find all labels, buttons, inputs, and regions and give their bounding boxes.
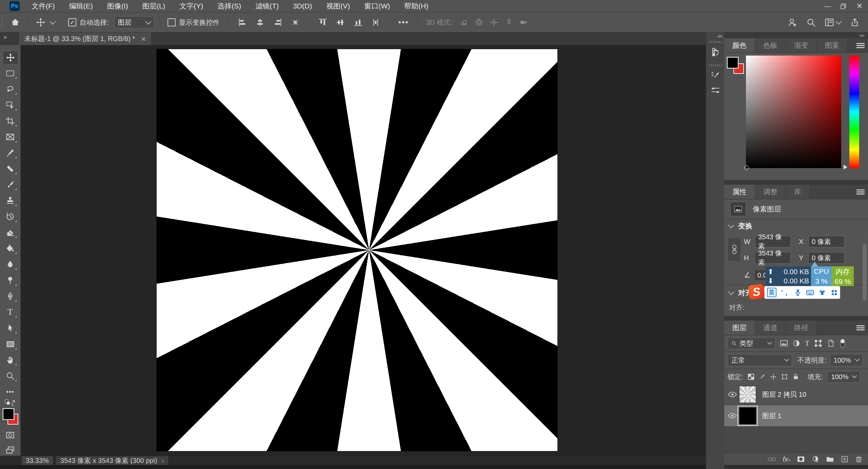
fill-dropdown[interactable]: 100% bbox=[827, 371, 860, 383]
tab-patterns[interactable]: 图案 bbox=[817, 38, 848, 53]
ime-toolbox-icon[interactable] bbox=[831, 289, 837, 296]
tab-gradients[interactable]: 渐变 bbox=[786, 38, 817, 53]
clone-stamp-tool[interactable] bbox=[3, 194, 18, 207]
new-layer-button[interactable] bbox=[841, 455, 848, 463]
zoom-tool[interactable] bbox=[3, 369, 18, 382]
rectangle-shape-tool[interactable] bbox=[3, 338, 18, 350]
window-close-button[interactable]: ✕ bbox=[851, 2, 868, 11]
move-tool-preset-icon[interactable] bbox=[28, 17, 51, 27]
share-for-review-icon[interactable] bbox=[784, 17, 802, 27]
auto-select-checkbox[interactable]: ✓ bbox=[68, 18, 76, 26]
share-image-icon[interactable] bbox=[846, 17, 868, 27]
quick-mask-button[interactable] bbox=[3, 429, 18, 442]
tab-paths[interactable]: 路径 bbox=[786, 321, 817, 335]
color-panel-menu-icon[interactable] bbox=[856, 42, 865, 49]
show-transform-checkbox[interactable] bbox=[167, 18, 176, 26]
move-tool[interactable] bbox=[3, 51, 18, 64]
layer-name[interactable]: 图层 2 拷贝 10 bbox=[762, 390, 806, 399]
foreground-color-swatch[interactable] bbox=[3, 408, 14, 420]
tab-adjustments[interactable]: 调整 bbox=[755, 185, 786, 199]
ime-skin-icon[interactable] bbox=[818, 289, 826, 296]
filter-pixel-layers-icon[interactable] bbox=[780, 340, 788, 347]
menu-image[interactable]: 图像(I) bbox=[100, 0, 135, 12]
filter-shape-layers-icon[interactable] bbox=[814, 340, 822, 347]
home-icon[interactable] bbox=[3, 17, 28, 27]
width-field[interactable]: 3543 像素 bbox=[755, 236, 791, 247]
menu-filter[interactable]: 滤镜(T) bbox=[248, 0, 286, 12]
type-tool[interactable]: T bbox=[3, 306, 18, 319]
workspace-switcher-icon[interactable] bbox=[820, 17, 836, 27]
menu-file[interactable]: 文件(F) bbox=[24, 0, 62, 12]
filter-type-layers-icon[interactable]: T bbox=[805, 339, 809, 348]
link-dimensions-button[interactable] bbox=[728, 237, 741, 262]
align-left-edges-icon[interactable] bbox=[229, 18, 251, 27]
panel-foreground-swatch[interactable] bbox=[727, 57, 738, 68]
blend-mode-dropdown[interactable]: 正常 bbox=[728, 354, 792, 366]
auto-select-target-dropdown[interactable]: 图层 bbox=[114, 16, 154, 28]
height-field[interactable]: 3543 像素 bbox=[755, 252, 791, 264]
workspace-chevron-icon[interactable] bbox=[835, 18, 842, 24]
more-align-options-button[interactable]: ••• bbox=[390, 18, 418, 27]
layers-panel-menu-icon[interactable] bbox=[856, 324, 865, 331]
transform-collapse-chevron-icon[interactable] bbox=[728, 222, 734, 228]
eyedropper-tool[interactable] bbox=[3, 146, 18, 159]
menu-view[interactable]: 视图(V) bbox=[319, 0, 357, 12]
search-icon[interactable] bbox=[802, 17, 820, 27]
ime-microphone-icon[interactable] bbox=[794, 289, 801, 296]
distribute-horizontal-centers-icon[interactable] bbox=[287, 18, 304, 27]
brush-settings-panel-icon[interactable] bbox=[706, 68, 725, 83]
layer-visibility-eye-icon[interactable] bbox=[728, 391, 737, 398]
layer-visibility-eye-icon[interactable] bbox=[728, 412, 737, 419]
path-selection-tool[interactable] bbox=[3, 322, 18, 334]
delete-layer-button[interactable] bbox=[855, 455, 863, 463]
align-top-edges-icon[interactable] bbox=[309, 18, 332, 27]
align-right-edges-icon[interactable] bbox=[269, 18, 287, 27]
menu-window[interactable]: 窗口(W) bbox=[357, 0, 397, 12]
properties-scrollbar[interactable] bbox=[863, 243, 867, 301]
filter-smart-objects-icon[interactable] bbox=[827, 340, 834, 347]
sogou-ime-logo[interactable]: S bbox=[748, 284, 765, 300]
brushes-panel-icon[interactable] bbox=[706, 83, 725, 98]
marquee-tool[interactable] bbox=[3, 67, 18, 80]
ime-language-mode-button[interactable]: 英 bbox=[767, 288, 776, 297]
tab-channels[interactable]: 通道 bbox=[755, 321, 786, 335]
new-group-button[interactable] bbox=[826, 456, 834, 463]
align-horizontal-centers-icon[interactable] bbox=[251, 18, 269, 27]
x-field[interactable]: 0 像素 bbox=[808, 236, 844, 247]
screen-mode-button[interactable] bbox=[3, 444, 18, 456]
brush-tool[interactable] bbox=[3, 178, 18, 191]
menu-help[interactable]: 帮助(H) bbox=[397, 0, 435, 12]
layer-row-copy10[interactable]: 图层 2 拷贝 10 bbox=[724, 384, 868, 405]
frame-tool[interactable] bbox=[3, 130, 18, 143]
window-restore-button[interactable] bbox=[835, 3, 851, 9]
menu-layer[interactable]: 图层(L) bbox=[135, 0, 173, 12]
window-minimize-button[interactable]: — bbox=[820, 2, 835, 10]
layer-row-layer1[interactable]: 图层 1 bbox=[724, 405, 868, 427]
distribute-vertical-centers-icon[interactable] bbox=[367, 18, 384, 27]
menu-type[interactable]: 文字(Y) bbox=[172, 0, 210, 12]
hue-slider-thumb[interactable] bbox=[844, 165, 847, 169]
opacity-dropdown[interactable]: 100% bbox=[830, 354, 863, 366]
healing-brush-tool[interactable] bbox=[3, 162, 18, 175]
tool-preset-chevron-icon[interactable] bbox=[50, 18, 56, 24]
color-picker-cursor[interactable] bbox=[744, 165, 749, 170]
new-adjustment-layer-button[interactable] bbox=[812, 455, 819, 463]
toolbar-collapse-chevrons[interactable]: » bbox=[3, 33, 7, 41]
align-vertical-centers-icon[interactable] bbox=[332, 18, 349, 27]
hue-slider-bar[interactable] bbox=[849, 56, 859, 168]
align-distribute-collapse-chevron-icon[interactable] bbox=[728, 289, 734, 295]
blur-tool[interactable] bbox=[3, 258, 18, 271]
layer-filter-type-dropdown[interactable]: 类型 bbox=[728, 338, 775, 349]
paint-bucket-tool[interactable] bbox=[3, 242, 18, 255]
dock-expand-chevrons[interactable]: << bbox=[706, 33, 725, 39]
lock-artboard-icon[interactable] bbox=[781, 373, 788, 380]
layer-style-fx-button[interactable]: fx▾ bbox=[783, 455, 790, 463]
ime-keyboard-icon[interactable] bbox=[806, 289, 814, 296]
lasso-tool[interactable] bbox=[3, 83, 18, 96]
history-panel-icon[interactable] bbox=[706, 44, 725, 60]
eraser-tool[interactable] bbox=[3, 226, 18, 239]
lock-transparency-icon[interactable] bbox=[748, 373, 754, 380]
align-bottom-edges-icon[interactable] bbox=[349, 18, 367, 27]
status-chevron-icon[interactable]: › bbox=[162, 457, 164, 465]
object-selection-tool[interactable] bbox=[3, 99, 18, 111]
